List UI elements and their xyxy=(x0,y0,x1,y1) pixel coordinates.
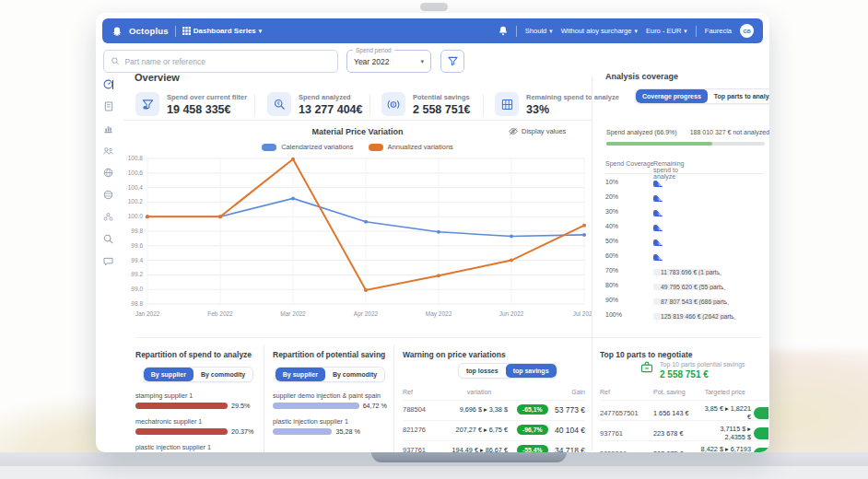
legend-calendarized[interactable]: Calendarized variations xyxy=(262,143,353,151)
col-ref: Ref xyxy=(403,389,454,395)
svg-text:€: € xyxy=(276,100,279,105)
bar-row[interactable]: 64,72 % xyxy=(273,402,387,410)
table-row[interactable]: 80%49 795 620 € (55 parts) xyxy=(605,277,764,292)
tab-top-parts-to-analyze[interactable]: Top parts to analyze xyxy=(708,89,769,103)
material-price-variation-chart[interactable]: 100.8100.6100.4100.2100.099.899.699.499.… xyxy=(123,151,592,322)
tab-by-commodity[interactable]: By commodity xyxy=(325,368,384,381)
table-row[interactable]: 937761 223 678 € 3,7115 $ ▸ 2,4355 $ xyxy=(600,420,768,441)
device-base-lower xyxy=(0,466,868,479)
table-row[interactable]: 70%11 783 696 € (1 parts) xyxy=(605,263,764,277)
divider xyxy=(483,94,484,116)
bar-row[interactable]: 35,28 % xyxy=(273,427,387,436)
targeted-price-value: 3,7115 $ ▸ 2,4355 $ xyxy=(699,425,751,441)
summary-value: 2 558 751 € xyxy=(660,369,745,380)
svg-text:100.8: 100.8 xyxy=(128,155,144,161)
table-row[interactable]: 5055509 207 075 € 8,422 $ ▸ 6,7193 $ xyxy=(600,440,768,452)
table-row[interactable]: 2477657501 1 656 143 € 3,85 € ▸ 1,8221 € xyxy=(600,400,768,421)
table-row[interactable]: 90%87 807 543 € (686 parts) xyxy=(605,292,764,307)
table-row[interactable]: 788504 9,696 $ ▸ 3,38 $ -65,1% 53 773 € xyxy=(403,400,585,415)
text-cursor xyxy=(112,80,113,89)
svg-text:100.0: 100.0 xyxy=(128,213,144,219)
spend-repartition-panel: Repartition of spend to analyze By suppl… xyxy=(135,350,261,452)
table-row[interactable]: 40% xyxy=(605,218,764,233)
legend-swatch xyxy=(369,144,383,151)
panel-title: Repartition of potential saving xyxy=(273,350,387,359)
svg-text:98.8: 98.8 xyxy=(131,300,143,307)
avatar[interactable]: GB xyxy=(740,24,754,38)
svg-text:May 2022: May 2022 xyxy=(426,310,452,318)
svg-text:100.2: 100.2 xyxy=(128,198,144,204)
sidebar-item-search[interactable] xyxy=(103,234,113,244)
savings-icon xyxy=(381,92,405,116)
table-row[interactable]: 20% xyxy=(605,189,764,204)
col-gain: Gain xyxy=(571,389,585,395)
tab-by-commodity[interactable]: By commodity xyxy=(194,368,252,381)
table-row[interactable]: 50% xyxy=(605,233,764,248)
bar-list: stamping supplier 1 29.5% mechatronic su… xyxy=(135,391,261,452)
alloy-surcharge-menu[interactable]: Without aloy surcharge▾ xyxy=(561,27,638,35)
targeted-price-value: 3,85 € ▸ 1,8221 € xyxy=(699,404,751,421)
spend-analyzed-label: Spend analyzed (66.9%) xyxy=(606,129,677,135)
spend-repartition-tabs: By supplier By commodity xyxy=(143,367,253,382)
saving-repartition-tabs: By supplier By commodity xyxy=(275,367,385,382)
table-row[interactable]: 60% xyxy=(605,248,764,263)
app-window: Octoplus Dashboard Series ▾ Should▾ With… xyxy=(96,13,769,452)
svg-text:100.4: 100.4 xyxy=(128,184,144,191)
sidebar-item-report[interactable] xyxy=(103,101,113,111)
svg-text:99.8: 99.8 xyxy=(131,228,143,234)
value-bar: 87 807 543 € (686 parts) xyxy=(653,298,729,305)
chevron-down-icon: ▾ xyxy=(259,28,263,35)
tab-by-supplier[interactable]: By supplier xyxy=(276,368,325,381)
bell-icon[interactable] xyxy=(499,26,508,36)
sidebar-item-globe-spend[interactable] xyxy=(103,168,113,178)
spend-period-select[interactable]: Spend period Year 2022 ▾ xyxy=(346,50,431,73)
bar-row[interactable]: 20.37% xyxy=(135,427,261,436)
page-title: Overview xyxy=(135,72,180,83)
table-row[interactable]: 821276 207,27 € ▸ 6,75 € -96,7% 40 104 € xyxy=(403,420,585,435)
spend-period-value: Year 2022 xyxy=(354,57,389,66)
svg-text:99.2: 99.2 xyxy=(131,271,143,277)
not-analyzed-label: 188 010 327 € not analyzed (3 xyxy=(690,129,769,135)
price-warnings-panel: Warning on price variations top losses t… xyxy=(403,350,585,452)
bar-row[interactable]: 29.5% xyxy=(135,402,261,410)
tab-top-savings[interactable]: top savings xyxy=(506,364,557,378)
divider xyxy=(254,94,255,116)
table-row[interactable]: 100%125 819 466 € (2642 parts) xyxy=(605,307,764,321)
legend-annualized[interactable]: Annualized variations xyxy=(369,143,453,151)
tab-by-supplier[interactable]: By supplier xyxy=(144,368,194,381)
octoplus-logo-icon xyxy=(111,26,123,37)
sidebar-item-cluster[interactable] xyxy=(103,212,113,222)
masked-bar xyxy=(653,181,663,187)
screenshot-stage: Octoplus Dashboard Series ▾ Should▾ With… xyxy=(0,0,868,479)
warnings-tabs: top losses top savings xyxy=(458,363,557,379)
tab-coverage-progress[interactable]: Coverage progress xyxy=(636,89,708,103)
sidebar-item-globe-market[interactable] xyxy=(103,190,113,200)
sidebar-item-analytics[interactable] xyxy=(103,123,113,134)
pot-saving-value: 1 656 143 € xyxy=(653,409,699,417)
dashboard-series-menu[interactable]: Dashboard Series ▾ xyxy=(182,27,263,35)
analysis-coverage-panel: Analysis coverage Coverage progress Top … xyxy=(602,72,769,339)
variation-badge: -55,4% xyxy=(517,445,548,452)
variation-value: 194,49 € ▸ 86,67 € xyxy=(451,446,508,452)
search-input[interactable] xyxy=(124,57,330,66)
divider xyxy=(592,77,592,451)
chevron-down-icon: ▾ xyxy=(684,28,687,35)
table-row[interactable]: 937761 194,49 € ▸ 86,67 € -55,4% 34 718 … xyxy=(403,440,585,452)
kpi-remaining-spend: Remaining spend to analyze33% xyxy=(495,92,619,116)
sidebar-item-chat[interactable] xyxy=(103,256,113,266)
should-menu[interactable]: Should▾ xyxy=(525,27,553,35)
value-bar: 11 783 696 € (1 parts) xyxy=(653,269,721,275)
col-spend-coverage: Spend Coverage xyxy=(605,160,654,167)
tab-top-losses[interactable]: top losses xyxy=(459,364,506,378)
advanced-filter-button[interactable] xyxy=(440,50,464,73)
table-row[interactable]: 10% xyxy=(605,174,764,189)
svg-text:99.0: 99.0 xyxy=(131,286,143,292)
display-values-toggle[interactable]: Display values xyxy=(509,127,566,135)
divider xyxy=(369,94,370,116)
top-parts-panel: Top 10 parts to negotiate Top 10 parts p… xyxy=(600,350,768,452)
table-row[interactable]: 30% xyxy=(605,204,764,218)
sidebar-item-team[interactable] xyxy=(103,146,113,156)
currency-menu[interactable]: Euro - EUR▾ xyxy=(646,27,687,35)
kpi-spend-over-filter: Spend over current filter19 458 335€ xyxy=(135,92,247,116)
top-parts-summary: Top 10 parts potential savings 2 558 751… xyxy=(640,361,745,380)
